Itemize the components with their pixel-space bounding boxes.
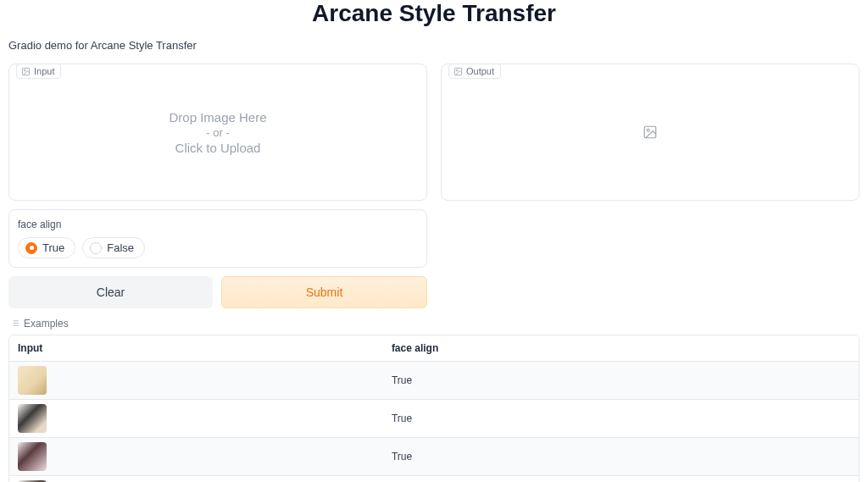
svg-point-3	[456, 69, 458, 71]
clear-button[interactable]: Clear	[8, 276, 213, 308]
input-panel: Input Drop Image Here - or - Click to Up…	[8, 64, 427, 201]
upload-or-text: - or -	[206, 126, 229, 139]
example-facealign-value: True	[383, 438, 859, 476]
upload-drop-text: Drop Image Here	[169, 110, 266, 125]
input-label-text: Input	[34, 66, 54, 76]
image-upload-dropzone[interactable]: Drop Image Here - or - Click to Upload	[9, 64, 426, 200]
face-align-label: face align	[18, 219, 418, 230]
image-icon	[21, 67, 31, 76]
image-icon	[453, 67, 463, 76]
table-row[interactable]: True	[9, 476, 859, 483]
svg-point-5	[647, 129, 649, 131]
examples-label: Examples	[8, 318, 69, 330]
output-panel: Output	[441, 64, 860, 201]
example-facealign-value: True	[383, 476, 859, 483]
radio-false[interactable]: False	[82, 237, 145, 258]
input-panel-label: Input	[16, 64, 61, 79]
example-thumbnail	[18, 366, 47, 395]
radio-circle-icon	[25, 242, 37, 254]
example-thumbnail	[18, 442, 47, 471]
examples-header-input: Input	[9, 335, 383, 362]
examples-section: Examples Input face align True True	[8, 317, 860, 482]
page-title: Arcane Style Transfer	[8, 0, 860, 39]
page-description: Gradio demo for Arcane Style Transfer	[8, 39, 860, 52]
radio-circle-icon	[90, 242, 102, 254]
output-image-area	[442, 64, 859, 200]
examples-table: Input face align True True True	[8, 335, 860, 483]
table-row[interactable]: True	[9, 400, 859, 438]
examples-label-text: Examples	[24, 318, 69, 330]
examples-header-facealign: face align	[383, 335, 859, 362]
table-row[interactable]: True	[9, 362, 859, 400]
radio-true-label: True	[42, 241, 64, 254]
image-placeholder-icon	[643, 125, 658, 140]
table-row[interactable]: True	[9, 438, 859, 476]
radio-true[interactable]: True	[18, 237, 75, 258]
output-label-text: Output	[466, 66, 494, 76]
list-icon	[10, 319, 19, 328]
example-facealign-value: True	[383, 362, 859, 400]
example-thumbnail	[18, 404, 47, 433]
submit-button[interactable]: Submit	[221, 276, 427, 308]
radio-false-label: False	[107, 241, 134, 254]
example-facealign-value: True	[383, 400, 859, 438]
face-align-panel: face align True False	[8, 209, 427, 268]
output-panel-label: Output	[448, 64, 501, 79]
svg-point-1	[24, 69, 25, 71]
upload-click-text: Click to Upload	[175, 141, 261, 155]
